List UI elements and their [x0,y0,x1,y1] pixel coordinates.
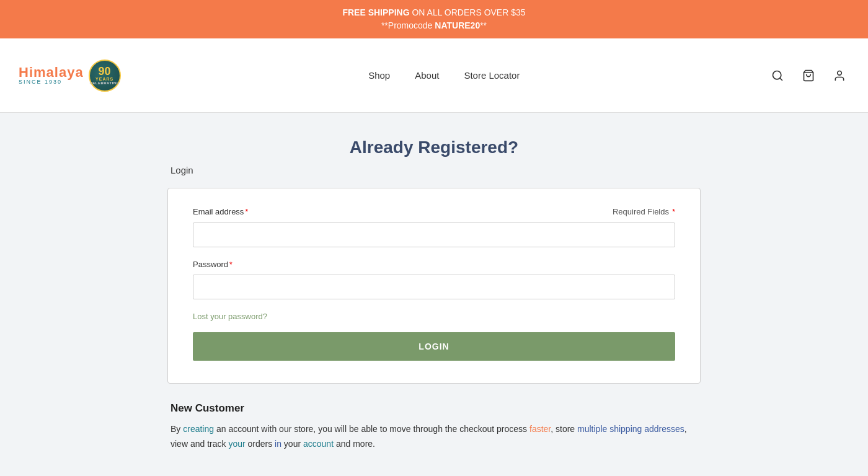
new-customer-section: New Customer By creating an account with… [167,402,701,452]
login-card: Email address* Required Fields * Passwor… [167,188,701,384]
badge-number: 90 [99,66,111,77]
badge-celebrating: CELEBRATING [89,81,119,85]
nav-store-locator[interactable]: Store Locator [464,70,520,81]
cart-icon [802,69,815,82]
desc-account: account [303,439,334,449]
promo-text1: ON ALL ORDERS OVER $35 [410,7,526,17]
email-label: Email address* [193,207,248,216]
logo-area: Himalaya SINCE 1930 90 YEARS CELEBRATING [19,60,121,92]
search-icon [771,69,784,82]
logo-h: H [19,64,29,80]
desc-in: in [275,439,281,449]
password-label-row: Password* [193,258,675,270]
new-customer-desc: By creating an account with our store, y… [170,422,698,452]
logo-rest: imalaya [29,64,84,80]
form-top-row: Email address* Required Fields * [193,207,675,216]
logo-text: Himalaya SINCE 1930 [19,66,84,85]
account-button[interactable] [830,66,849,86]
page-title: Already Registered? [167,138,701,157]
promo-banner: FREE SHIPPING ON ALL ORDERS OVER $35 **P… [0,0,868,38]
desc-creating: creating [183,424,214,434]
desc-multiple: multiple shipping addresses [577,424,684,434]
logo-since: SINCE 1930 [19,79,84,85]
anniversary-badge: 90 YEARS CELEBRATING [89,60,121,92]
page-subtitle: Login [167,165,701,175]
svg-point-3 [838,71,842,75]
required-fields-label: Required Fields * [613,207,675,216]
password-label: Password* [193,260,232,269]
nav-about[interactable]: About [415,70,439,81]
site-header: Himalaya SINCE 1930 90 YEARS CELEBRATING… [0,38,868,113]
logo-name: Himalaya [19,66,84,79]
promo-bold-text: FREE SHIPPING [342,7,409,17]
svg-line-1 [780,77,782,80]
password-input[interactable] [193,275,675,299]
password-required-star: * [229,260,232,269]
main-nav: Shop About Store Locator [368,70,520,81]
new-customer-title: New Customer [170,402,698,415]
cart-button[interactable] [799,66,818,86]
desc-your: your [228,439,245,449]
promo-text3: ** [480,20,487,30]
header-icons [768,66,849,86]
main-content: Already Registered? Login Email address*… [155,113,713,476]
promo-code: NATURE20 [435,20,480,30]
nav-shop[interactable]: Shop [368,70,390,81]
desc-faster: faster [529,424,551,434]
badge-sub: YEARS [95,77,113,81]
account-icon [833,69,846,82]
promo-text2: **Promocode [381,20,435,30]
forgot-password-link[interactable]: Lost your password? [193,312,267,321]
search-button[interactable] [768,66,787,86]
email-input[interactable] [193,223,675,247]
email-required-star: * [245,208,248,216]
login-button[interactable]: LOGIN [193,332,675,361]
